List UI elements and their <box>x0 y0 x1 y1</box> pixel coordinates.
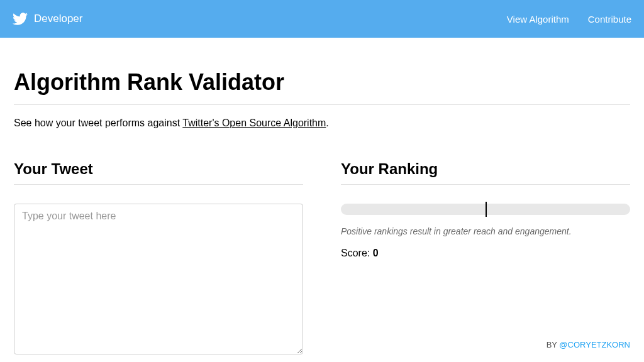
footer-by-label: BY <box>547 340 560 349</box>
page-description: See how your tweet performs against Twit… <box>14 118 630 129</box>
tweet-column: Your Tweet <box>14 160 303 357</box>
header-nav: View Algorithm Contribute <box>507 14 631 25</box>
header-left: Developer <box>13 11 83 26</box>
tweet-section-title: Your Tweet <box>14 160 303 185</box>
algorithm-link[interactable]: Twitter's Open Source Algorithm <box>182 118 326 128</box>
footer-author-link[interactable]: @CORYETZKORN <box>559 340 630 349</box>
nav-contribute[interactable]: Contribute <box>588 14 631 25</box>
header: Developer View Algorithm Contribute <box>0 0 644 38</box>
description-prefix: See how your tweet performs against <box>14 118 182 128</box>
score-value: 0 <box>373 248 379 258</box>
page-title: Algorithm Rank Validator <box>14 69 630 105</box>
twitter-bird-icon <box>13 11 28 26</box>
score-line: Score: 0 <box>341 248 630 259</box>
score-label: Score: <box>341 248 373 258</box>
columns: Your Tweet Your Ranking Positive ranking… <box>14 160 630 357</box>
footer: BY @CORYETZKORN <box>547 340 630 349</box>
main-content: Algorithm Rank Validator See how your tw… <box>0 38 644 357</box>
ranking-marker <box>486 202 487 217</box>
header-title: Developer <box>34 13 83 25</box>
ranking-column: Your Ranking Positive rankings result in… <box>341 160 630 357</box>
nav-view-algorithm[interactable]: View Algorithm <box>507 14 569 25</box>
ranking-section-title: Your Ranking <box>341 160 630 185</box>
description-suffix: . <box>326 118 328 128</box>
ranking-note: Positive rankings result in greater reac… <box>341 226 630 236</box>
ranking-bar <box>341 204 630 215</box>
tweet-input[interactable] <box>14 204 303 354</box>
